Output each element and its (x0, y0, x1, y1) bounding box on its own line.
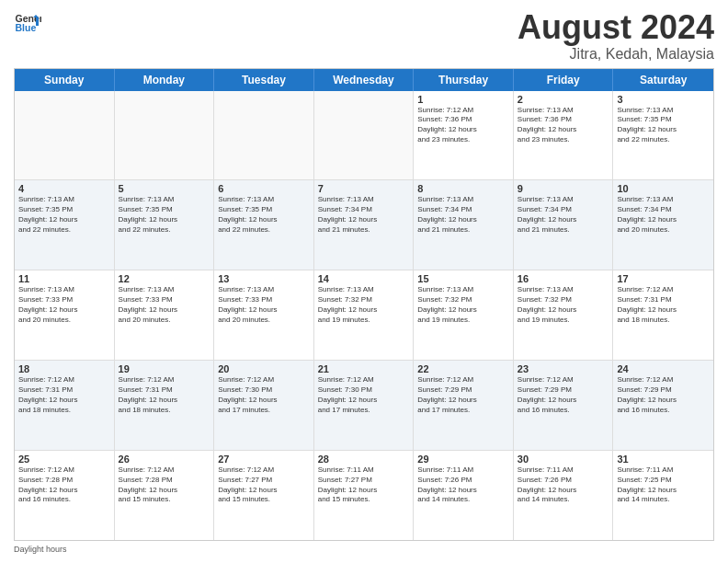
day-number: 3 (617, 94, 710, 105)
day-number: 12 (119, 273, 210, 284)
day-number: 6 (218, 183, 310, 194)
calendar-cell: 12Sunrise: 7:13 AM Sunset: 7:33 PM Dayli… (115, 270, 215, 360)
page: General Blue August 2024 Jitra, Kedah, M… (0, 0, 728, 563)
day-of-week-header: Wednesday (314, 69, 415, 91)
day-number: 22 (417, 363, 509, 374)
calendar-cell: 2Sunrise: 7:13 AM Sunset: 7:36 PM Daylig… (514, 91, 614, 180)
calendar-cell: 29Sunrise: 7:11 AM Sunset: 7:26 PM Dayli… (414, 451, 514, 540)
day-info: Sunrise: 7:13 AM Sunset: 7:33 PM Dayligh… (218, 285, 310, 325)
day-number: 27 (218, 454, 310, 465)
calendar-cell: 14Sunrise: 7:13 AM Sunset: 7:32 PM Dayli… (314, 270, 415, 360)
calendar-cell: 26Sunrise: 7:12 AM Sunset: 7:28 PM Dayli… (115, 451, 215, 540)
day-number: 9 (518, 183, 609, 194)
day-number: 25 (18, 454, 110, 465)
day-number: 19 (119, 363, 210, 374)
header: General Blue August 2024 Jitra, Kedah, M… (14, 9, 714, 63)
calendar-cell: 18Sunrise: 7:12 AM Sunset: 7:31 PM Dayli… (15, 361, 115, 450)
calendar-cell: 20Sunrise: 7:12 AM Sunset: 7:30 PM Dayli… (214, 361, 314, 450)
day-number: 20 (218, 363, 310, 374)
day-number: 14 (318, 273, 410, 284)
day-number: 21 (318, 363, 410, 374)
day-of-week-header: Thursday (414, 69, 514, 91)
day-info: Sunrise: 7:13 AM Sunset: 7:34 PM Dayligh… (318, 195, 410, 235)
calendar-cell (15, 91, 115, 180)
day-info: Sunrise: 7:12 AM Sunset: 7:36 PM Dayligh… (417, 106, 509, 145)
calendar-cell: 10Sunrise: 7:13 AM Sunset: 7:34 PM Dayli… (613, 180, 713, 270)
svg-text:Blue: Blue (16, 22, 37, 33)
day-number: 28 (318, 454, 410, 465)
calendar-cell (214, 91, 314, 180)
calendar-cell: 30Sunrise: 7:11 AM Sunset: 7:26 PM Dayli… (514, 451, 614, 540)
day-info: Sunrise: 7:11 AM Sunset: 7:26 PM Dayligh… (518, 465, 609, 505)
day-number: 23 (518, 363, 609, 374)
day-of-week-header: Monday (115, 69, 215, 91)
day-number: 10 (617, 183, 710, 194)
day-info: Sunrise: 7:12 AM Sunset: 7:29 PM Dayligh… (417, 375, 509, 415)
calendar-header: SundayMondayTuesdayWednesdayThursdayFrid… (15, 69, 713, 91)
day-info: Sunrise: 7:12 AM Sunset: 7:29 PM Dayligh… (518, 375, 609, 415)
calendar-cell: 19Sunrise: 7:12 AM Sunset: 7:31 PM Dayli… (115, 361, 215, 450)
calendar: SundayMondayTuesdayWednesdayThursdayFrid… (14, 68, 714, 541)
calendar-cell: 9Sunrise: 7:13 AM Sunset: 7:34 PM Daylig… (514, 180, 614, 270)
calendar-week-row: 11Sunrise: 7:13 AM Sunset: 7:33 PM Dayli… (15, 270, 713, 361)
day-info: Sunrise: 7:13 AM Sunset: 7:32 PM Dayligh… (318, 285, 410, 325)
day-info: Sunrise: 7:12 AM Sunset: 7:30 PM Dayligh… (318, 375, 410, 415)
day-number: 5 (119, 183, 210, 194)
logo: General Blue (14, 9, 41, 37)
day-info: Sunrise: 7:13 AM Sunset: 7:34 PM Dayligh… (617, 195, 710, 235)
calendar-week-row: 4Sunrise: 7:13 AM Sunset: 7:35 PM Daylig… (15, 180, 713, 270)
day-info: Sunrise: 7:12 AM Sunset: 7:31 PM Dayligh… (119, 375, 210, 415)
calendar-body: 1Sunrise: 7:12 AM Sunset: 7:36 PM Daylig… (15, 91, 713, 540)
day-info: Sunrise: 7:11 AM Sunset: 7:25 PM Dayligh… (617, 465, 710, 505)
calendar-week-row: 1Sunrise: 7:12 AM Sunset: 7:36 PM Daylig… (15, 91, 713, 181)
day-info: Sunrise: 7:13 AM Sunset: 7:32 PM Dayligh… (518, 285, 609, 325)
day-info: Sunrise: 7:12 AM Sunset: 7:31 PM Dayligh… (18, 375, 110, 415)
day-number: 17 (617, 273, 710, 284)
calendar-cell: 23Sunrise: 7:12 AM Sunset: 7:29 PM Dayli… (514, 361, 614, 450)
calendar-cell: 31Sunrise: 7:11 AM Sunset: 7:25 PM Dayli… (613, 451, 713, 540)
day-info: Sunrise: 7:12 AM Sunset: 7:28 PM Dayligh… (119, 465, 210, 505)
calendar-week-row: 25Sunrise: 7:12 AM Sunset: 7:28 PM Dayli… (15, 451, 713, 540)
calendar-cell: 7Sunrise: 7:13 AM Sunset: 7:34 PM Daylig… (314, 180, 415, 270)
day-number: 26 (119, 454, 210, 465)
calendar-cell: 3Sunrise: 7:13 AM Sunset: 7:35 PM Daylig… (613, 91, 713, 180)
month-title: August 2024 (518, 9, 714, 46)
calendar-cell: 17Sunrise: 7:12 AM Sunset: 7:31 PM Dayli… (613, 270, 713, 360)
day-number: 4 (18, 183, 110, 194)
day-of-week-header: Sunday (15, 69, 115, 91)
day-info: Sunrise: 7:13 AM Sunset: 7:35 PM Dayligh… (18, 195, 110, 235)
calendar-cell (314, 91, 415, 180)
day-info: Sunrise: 7:11 AM Sunset: 7:27 PM Dayligh… (318, 465, 410, 505)
calendar-cell: 1Sunrise: 7:12 AM Sunset: 7:36 PM Daylig… (414, 91, 514, 180)
day-info: Sunrise: 7:13 AM Sunset: 7:33 PM Dayligh… (18, 285, 110, 325)
day-info: Sunrise: 7:12 AM Sunset: 7:30 PM Dayligh… (218, 375, 310, 415)
day-number: 18 (18, 363, 110, 374)
day-number: 11 (18, 273, 110, 284)
day-info: Sunrise: 7:13 AM Sunset: 7:33 PM Dayligh… (119, 285, 210, 325)
day-number: 15 (417, 273, 509, 284)
calendar-cell: 8Sunrise: 7:13 AM Sunset: 7:34 PM Daylig… (414, 180, 514, 270)
day-info: Sunrise: 7:12 AM Sunset: 7:29 PM Dayligh… (617, 375, 710, 415)
day-number: 1 (417, 94, 509, 105)
calendar-cell: 25Sunrise: 7:12 AM Sunset: 7:28 PM Dayli… (15, 451, 115, 540)
calendar-cell: 22Sunrise: 7:12 AM Sunset: 7:29 PM Dayli… (414, 361, 514, 450)
day-number: 24 (617, 363, 710, 374)
calendar-cell: 6Sunrise: 7:13 AM Sunset: 7:35 PM Daylig… (214, 180, 314, 270)
day-info: Sunrise: 7:13 AM Sunset: 7:34 PM Dayligh… (417, 195, 509, 235)
title-block: August 2024 Jitra, Kedah, Malaysia (518, 9, 714, 63)
day-number: 29 (417, 454, 509, 465)
day-info: Sunrise: 7:12 AM Sunset: 7:31 PM Dayligh… (617, 285, 710, 325)
logo-icon: General Blue (14, 9, 41, 37)
day-info: Sunrise: 7:11 AM Sunset: 7:26 PM Dayligh… (417, 465, 509, 505)
calendar-cell: 5Sunrise: 7:13 AM Sunset: 7:35 PM Daylig… (115, 180, 215, 270)
calendar-cell: 11Sunrise: 7:13 AM Sunset: 7:33 PM Dayli… (15, 270, 115, 360)
day-info: Sunrise: 7:12 AM Sunset: 7:27 PM Dayligh… (218, 465, 310, 505)
day-of-week-header: Saturday (613, 69, 713, 91)
calendar-cell: 16Sunrise: 7:13 AM Sunset: 7:32 PM Dayli… (514, 270, 614, 360)
calendar-cell: 24Sunrise: 7:12 AM Sunset: 7:29 PM Dayli… (613, 361, 713, 450)
day-number: 30 (518, 454, 609, 465)
calendar-week-row: 18Sunrise: 7:12 AM Sunset: 7:31 PM Dayli… (15, 361, 713, 451)
day-info: Sunrise: 7:13 AM Sunset: 7:35 PM Dayligh… (119, 195, 210, 235)
day-info: Sunrise: 7:13 AM Sunset: 7:36 PM Dayligh… (518, 106, 609, 145)
location-title: Jitra, Kedah, Malaysia (518, 46, 714, 63)
